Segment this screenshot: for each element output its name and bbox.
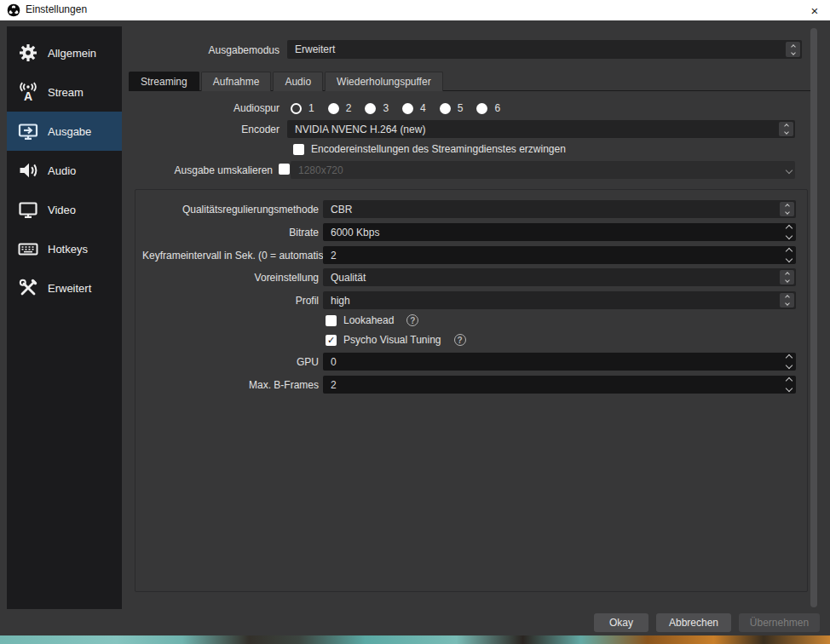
help-icon[interactable]: ? xyxy=(406,314,418,326)
radio-label: 2 xyxy=(346,102,352,114)
chevron-down-icon xyxy=(787,161,792,179)
svg-text:A: A xyxy=(24,89,32,103)
combo-spinner-icon[interactable] xyxy=(780,202,794,216)
preset-value: Qualität xyxy=(331,272,366,284)
audio-track-label: Audiospur xyxy=(136,102,280,114)
preset-select[interactable]: Qualität xyxy=(323,268,796,286)
uebernehmen-button[interactable]: Übernehmen xyxy=(739,613,820,632)
sidebar-item-hotkeys[interactable]: Hotkeys xyxy=(7,229,122,268)
radio-track-3[interactable] xyxy=(365,103,376,114)
speaker-icon xyxy=(17,159,39,181)
psycho-visual-tuning-checkbox[interactable]: ✓ xyxy=(326,335,337,346)
sidebar-item-label: Audio xyxy=(48,164,76,177)
rescale-checkbox[interactable] xyxy=(279,164,290,175)
gpu-input[interactable]: 0 xyxy=(323,353,796,371)
bitrate-label: Bitrate xyxy=(142,227,319,239)
encoder-select[interactable]: NVIDIA NVENC H.264 (new) xyxy=(287,120,795,138)
sidebar-item-label: Erweitert xyxy=(48,282,91,295)
radio-label: 1 xyxy=(308,102,314,114)
max-b-frames-label: Max. B-Frames xyxy=(142,379,319,391)
tab-bar: Streaming Aufnahme Audio Wiederholungspu… xyxy=(129,72,445,91)
rescale-resolution-value: 1280x720 xyxy=(298,164,343,176)
bitrate-value: 6000 Kbps xyxy=(331,227,379,239)
radio-track-1[interactable] xyxy=(291,103,302,114)
sidebar-item-video[interactable]: Video xyxy=(7,190,122,229)
encoder-value: NVIDIA NVENC H.264 (new) xyxy=(295,124,425,135)
broadcast-icon: A xyxy=(17,81,39,103)
tools-icon xyxy=(17,277,39,299)
rate-control-label: Qualitätsregulierungsmethode xyxy=(142,204,319,216)
settings-window: Einstellungen × Allgemein A Stream Ausga… xyxy=(0,0,830,644)
monitor-icon xyxy=(17,198,39,221)
enforce-settings-row: Encodereinstellungen des Streamingdienst… xyxy=(293,143,566,155)
spinner-arrows-icon[interactable] xyxy=(787,353,792,371)
encoder-settings-group: Qualitätsregulierungsmethode CBR Bitrate… xyxy=(135,189,808,592)
combo-spinner-icon[interactable] xyxy=(780,270,794,285)
sidebar: Allgemein A Stream Ausgabe Audio Video xyxy=(7,26,122,609)
sidebar-item-label: Video xyxy=(48,204,76,216)
spinner-arrows-icon[interactable] xyxy=(787,376,792,394)
max-b-frames-value: 2 xyxy=(331,379,337,391)
radio-track-6[interactable] xyxy=(476,103,487,114)
okay-button[interactable]: Okay xyxy=(594,613,648,632)
gpu-label: GPU xyxy=(142,356,319,368)
profile-label: Profil xyxy=(142,295,319,307)
lookahead-checkbox[interactable] xyxy=(326,315,337,326)
encoder-label: Encoder xyxy=(136,124,280,135)
keyframe-interval-label: Keyframeintervall in Sek. (0 = automatis… xyxy=(142,250,319,262)
enforce-settings-label: Encodereinstellungen des Streamingdienst… xyxy=(311,143,566,155)
spinner-arrows-icon[interactable] xyxy=(787,246,792,264)
psycho-visual-tuning-label: Psycho Visual Tuning xyxy=(343,334,441,346)
keyboard-icon xyxy=(17,238,39,260)
sidebar-item-label: Allgemein xyxy=(48,47,96,60)
gear-icon xyxy=(17,42,39,64)
window-title: Einstellungen xyxy=(26,3,87,15)
max-b-frames-input[interactable]: 2 xyxy=(323,376,796,394)
lookahead-label: Lookahead xyxy=(343,314,394,326)
keyframe-interval-input[interactable]: 2 xyxy=(323,246,796,264)
sidebar-item-ausgabe[interactable]: Ausgabe xyxy=(7,112,122,151)
sidebar-item-erweitert[interactable]: Erweitert xyxy=(7,268,122,308)
radio-track-4[interactable] xyxy=(402,103,413,114)
combo-spinner-icon[interactable] xyxy=(779,122,793,136)
radio-label: 4 xyxy=(420,102,426,114)
sidebar-item-stream[interactable]: A Stream xyxy=(7,72,122,112)
profile-select[interactable]: high xyxy=(323,291,796,309)
enforce-settings-checkbox[interactable] xyxy=(293,144,304,155)
radio-label: 6 xyxy=(494,102,500,114)
keyframe-interval-value: 2 xyxy=(331,250,337,262)
radio-label: 5 xyxy=(458,102,464,114)
combo-spinner-icon[interactable] xyxy=(786,42,800,57)
close-icon[interactable]: × xyxy=(806,2,823,19)
spinner-arrows-icon[interactable] xyxy=(787,223,792,241)
lookahead-row: Lookahead ? xyxy=(326,314,418,326)
tab-wiederholungspuffer[interactable]: Wiederholungspuffer xyxy=(325,72,443,91)
sidebar-item-label: Ausgabe xyxy=(48,125,91,138)
vertical-scrollbar[interactable] xyxy=(810,28,817,607)
sidebar-item-allgemein[interactable]: Allgemein xyxy=(7,33,122,72)
audio-track-radios: 1 2 3 4 5 6 xyxy=(291,100,500,117)
gpu-value: 0 xyxy=(331,356,337,368)
radio-track-2[interactable] xyxy=(328,103,339,114)
monitor-arrow-icon xyxy=(17,120,39,142)
bitrate-input[interactable]: 6000 Kbps xyxy=(323,223,796,241)
combo-spinner-icon[interactable] xyxy=(780,293,794,308)
radio-track-5[interactable] xyxy=(440,103,451,114)
rate-control-value: CBR xyxy=(331,204,352,216)
sidebar-item-audio[interactable]: Audio xyxy=(7,151,122,190)
rate-control-select[interactable]: CBR xyxy=(323,200,796,218)
sidebar-item-label: Hotkeys xyxy=(48,243,88,256)
tab-streaming[interactable]: Streaming xyxy=(129,72,199,91)
output-mode-select[interactable]: Erweitert xyxy=(287,40,802,59)
output-mode-value: Erweitert xyxy=(295,43,335,55)
radio-label: 3 xyxy=(383,102,389,114)
desktop-background xyxy=(0,635,830,644)
tab-aufnahme[interactable]: Aufnahme xyxy=(201,72,272,91)
rescale-label: Ausgabe umskalieren xyxy=(136,164,273,176)
tab-audio[interactable]: Audio xyxy=(273,72,323,91)
preset-label: Voreinstellung xyxy=(142,272,319,284)
titlebar: Einstellungen × xyxy=(0,0,830,20)
rescale-resolution-select[interactable]: 1280x720 xyxy=(291,161,795,179)
help-icon[interactable]: ? xyxy=(454,334,466,346)
abbrechen-button[interactable]: Abbrechen xyxy=(656,613,731,632)
